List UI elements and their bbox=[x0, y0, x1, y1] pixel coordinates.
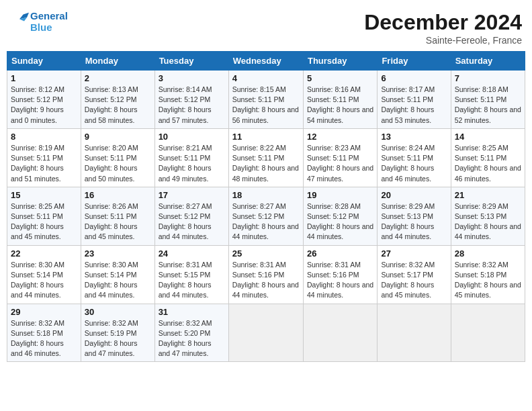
day-number: 20 bbox=[381, 190, 447, 200]
day-detail: Sunrise: 8:32 AMSunset: 5:20 PMDaylight:… bbox=[159, 318, 225, 359]
calendar-cell: 28Sunrise: 8:32 AMSunset: 5:18 PMDayligh… bbox=[451, 245, 525, 304]
day-number: 4 bbox=[232, 73, 300, 83]
day-detail: Sunrise: 8:24 AMSunset: 5:11 PMDaylight:… bbox=[381, 143, 447, 184]
title-block: December 2024 Sainte-Fereole, France bbox=[364, 10, 522, 46]
weekday-header: Tuesday bbox=[154, 52, 228, 71]
calendar-cell: 20Sunrise: 8:29 AMSunset: 5:13 PMDayligh… bbox=[378, 187, 451, 245]
day-number: 16 bbox=[85, 190, 151, 200]
day-number: 22 bbox=[11, 248, 77, 259]
month-title: December 2024 bbox=[364, 10, 522, 35]
day-detail: Sunrise: 8:25 AMSunset: 5:11 PMDaylight:… bbox=[455, 143, 521, 184]
calendar-cell: 27Sunrise: 8:32 AMSunset: 5:17 PMDayligh… bbox=[378, 245, 451, 304]
day-detail: Sunrise: 8:27 AMSunset: 5:12 PMDaylight:… bbox=[159, 201, 225, 242]
day-detail: Sunrise: 8:23 AMSunset: 5:11 PMDaylight:… bbox=[307, 143, 373, 184]
calendar-cell: 31Sunrise: 8:32 AMSunset: 5:20 PMDayligh… bbox=[154, 304, 228, 362]
day-number: 5 bbox=[307, 73, 373, 83]
day-number: 1 bbox=[11, 73, 77, 83]
calendar-cell: 1Sunrise: 8:12 AMSunset: 5:12 PMDaylight… bbox=[7, 71, 81, 129]
calendar-cell bbox=[303, 304, 377, 362]
calendar-cell bbox=[228, 304, 303, 362]
day-number: 26 bbox=[307, 248, 373, 259]
day-detail: Sunrise: 8:20 AMSunset: 5:11 PMDaylight:… bbox=[85, 143, 151, 184]
calendar-cell: 10Sunrise: 8:21 AMSunset: 5:11 PMDayligh… bbox=[154, 128, 228, 187]
calendar-body: 1Sunrise: 8:12 AMSunset: 5:12 PMDaylight… bbox=[7, 71, 525, 362]
weekday-header: Saturday bbox=[451, 52, 525, 71]
day-detail: Sunrise: 8:26 AMSunset: 5:11 PMDaylight:… bbox=[85, 201, 151, 242]
calendar-cell: 16Sunrise: 8:26 AMSunset: 5:11 PMDayligh… bbox=[81, 187, 154, 245]
weekday-header: Wednesday bbox=[228, 52, 303, 71]
calendar-cell: 8Sunrise: 8:19 AMSunset: 5:11 PMDaylight… bbox=[7, 128, 81, 187]
calendar-cell: 3Sunrise: 8:14 AMSunset: 5:12 PMDaylight… bbox=[154, 71, 228, 129]
day-number: 19 bbox=[307, 190, 373, 200]
day-detail: Sunrise: 8:28 AMSunset: 5:12 PMDaylight:… bbox=[307, 201, 373, 242]
day-detail: Sunrise: 8:21 AMSunset: 5:11 PMDaylight:… bbox=[159, 143, 225, 184]
logo-text: General bbox=[30, 10, 68, 21]
day-number: 10 bbox=[159, 132, 225, 142]
day-detail: Sunrise: 8:13 AMSunset: 5:12 PMDaylight:… bbox=[85, 85, 151, 126]
day-detail: Sunrise: 8:14 AMSunset: 5:12 PMDaylight:… bbox=[159, 85, 225, 126]
calendar-cell: 29Sunrise: 8:32 AMSunset: 5:18 PMDayligh… bbox=[7, 304, 81, 362]
day-detail: Sunrise: 8:31 AMSunset: 5:15 PMDaylight:… bbox=[159, 260, 225, 301]
day-detail: Sunrise: 8:31 AMSunset: 5:16 PMDaylight:… bbox=[232, 260, 300, 301]
calendar-table: SundayMondayTuesdayWednesdayThursdayFrid… bbox=[7, 51, 525, 362]
location-title: Sainte-Fereole, France bbox=[364, 35, 522, 46]
weekday-header-row: SundayMondayTuesdayWednesdayThursdayFrid… bbox=[7, 52, 525, 71]
day-number: 23 bbox=[85, 248, 151, 259]
weekday-header: Monday bbox=[81, 52, 154, 71]
calendar-cell: 2Sunrise: 8:13 AMSunset: 5:12 PMDaylight… bbox=[81, 71, 154, 129]
calendar-week-row: 22Sunrise: 8:30 AMSunset: 5:14 PMDayligh… bbox=[7, 245, 525, 304]
page-header: General Blue December 2024 Sainte-Fereol… bbox=[7, 7, 525, 46]
calendar-cell: 6Sunrise: 8:17 AMSunset: 5:11 PMDaylight… bbox=[378, 71, 451, 129]
calendar-cell: 24Sunrise: 8:31 AMSunset: 5:15 PMDayligh… bbox=[154, 245, 228, 304]
day-number: 21 bbox=[455, 190, 521, 200]
day-number: 24 bbox=[159, 248, 225, 259]
day-number: 12 bbox=[307, 132, 373, 142]
day-detail: Sunrise: 8:31 AMSunset: 5:16 PMDaylight:… bbox=[307, 260, 373, 301]
day-number: 13 bbox=[381, 132, 447, 142]
calendar-cell: 26Sunrise: 8:31 AMSunset: 5:16 PMDayligh… bbox=[303, 245, 377, 304]
day-number: 28 bbox=[455, 248, 521, 259]
calendar-cell: 14Sunrise: 8:25 AMSunset: 5:11 PMDayligh… bbox=[451, 128, 525, 187]
calendar-cell: 25Sunrise: 8:31 AMSunset: 5:16 PMDayligh… bbox=[228, 245, 303, 304]
day-number: 11 bbox=[232, 132, 300, 142]
calendar-cell: 11Sunrise: 8:22 AMSunset: 5:11 PMDayligh… bbox=[228, 128, 303, 187]
day-detail: Sunrise: 8:12 AMSunset: 5:12 PMDaylight:… bbox=[11, 85, 77, 126]
calendar-week-row: 15Sunrise: 8:25 AMSunset: 5:11 PMDayligh… bbox=[7, 187, 525, 245]
day-detail: Sunrise: 8:32 AMSunset: 5:17 PMDaylight:… bbox=[381, 260, 447, 301]
day-number: 14 bbox=[455, 132, 521, 142]
calendar-cell bbox=[451, 304, 525, 362]
day-detail: Sunrise: 8:30 AMSunset: 5:14 PMDaylight:… bbox=[11, 260, 77, 301]
day-detail: Sunrise: 8:32 AMSunset: 5:18 PMDaylight:… bbox=[455, 260, 521, 301]
day-detail: Sunrise: 8:29 AMSunset: 5:13 PMDaylight:… bbox=[455, 201, 521, 242]
calendar-cell: 15Sunrise: 8:25 AMSunset: 5:11 PMDayligh… bbox=[7, 187, 81, 245]
day-detail: Sunrise: 8:19 AMSunset: 5:11 PMDaylight:… bbox=[11, 143, 77, 184]
day-number: 29 bbox=[11, 307, 77, 317]
calendar-cell: 5Sunrise: 8:16 AMSunset: 5:11 PMDaylight… bbox=[303, 71, 377, 129]
day-number: 8 bbox=[11, 132, 77, 142]
day-number: 15 bbox=[11, 190, 77, 200]
logo: General Blue bbox=[10, 10, 68, 34]
calendar-cell: 22Sunrise: 8:30 AMSunset: 5:14 PMDayligh… bbox=[7, 245, 81, 304]
day-detail: Sunrise: 8:17 AMSunset: 5:11 PMDaylight:… bbox=[381, 85, 447, 126]
day-number: 30 bbox=[85, 307, 151, 317]
calendar-cell: 4Sunrise: 8:15 AMSunset: 5:11 PMDaylight… bbox=[228, 71, 303, 129]
day-detail: Sunrise: 8:25 AMSunset: 5:11 PMDaylight:… bbox=[11, 201, 77, 242]
calendar-cell: 23Sunrise: 8:30 AMSunset: 5:14 PMDayligh… bbox=[81, 245, 154, 304]
day-number: 25 bbox=[232, 248, 300, 259]
day-detail: Sunrise: 8:32 AMSunset: 5:19 PMDaylight:… bbox=[85, 318, 151, 359]
weekday-header: Thursday bbox=[303, 52, 377, 71]
calendar-cell: 21Sunrise: 8:29 AMSunset: 5:13 PMDayligh… bbox=[451, 187, 525, 245]
calendar-week-row: 1Sunrise: 8:12 AMSunset: 5:12 PMDaylight… bbox=[7, 71, 525, 129]
calendar-cell: 12Sunrise: 8:23 AMSunset: 5:11 PMDayligh… bbox=[303, 128, 377, 187]
day-detail: Sunrise: 8:16 AMSunset: 5:11 PMDaylight:… bbox=[307, 85, 373, 126]
logo-bird-icon bbox=[10, 11, 29, 30]
day-number: 31 bbox=[159, 307, 225, 317]
calendar-cell: 18Sunrise: 8:27 AMSunset: 5:12 PMDayligh… bbox=[228, 187, 303, 245]
day-detail: Sunrise: 8:15 AMSunset: 5:11 PMDaylight:… bbox=[232, 85, 300, 126]
weekday-header: Sunday bbox=[7, 52, 81, 71]
calendar-cell: 30Sunrise: 8:32 AMSunset: 5:19 PMDayligh… bbox=[81, 304, 154, 362]
calendar-cell: 9Sunrise: 8:20 AMSunset: 5:11 PMDaylight… bbox=[81, 128, 154, 187]
day-number: 6 bbox=[381, 73, 447, 83]
day-number: 7 bbox=[455, 73, 521, 83]
day-number: 2 bbox=[85, 73, 151, 83]
